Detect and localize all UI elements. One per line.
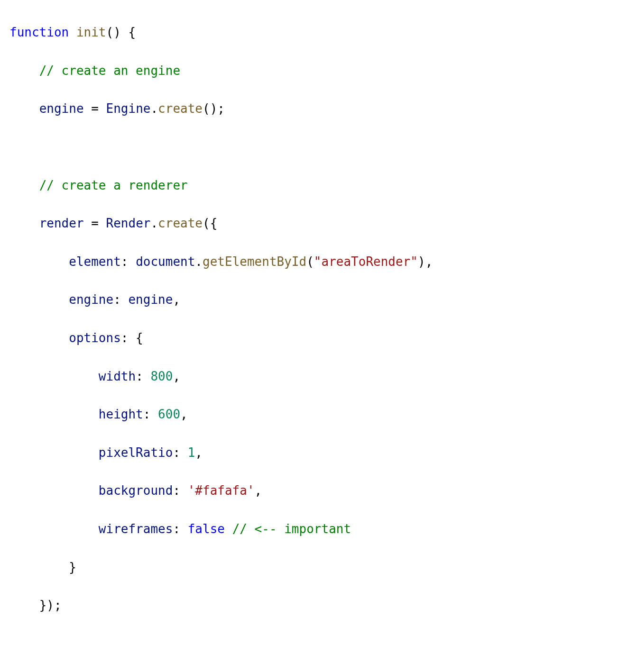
comment: // create an engine bbox=[39, 64, 180, 78]
code-line: options: { bbox=[9, 328, 618, 347]
property: height bbox=[99, 407, 143, 421]
code-line: background: '#fafafa', bbox=[9, 481, 618, 500]
method: getElementById bbox=[203, 254, 306, 269]
code-line: } bbox=[9, 558, 618, 577]
code-line: function init() { bbox=[9, 23, 618, 42]
code-line: height: 600, bbox=[9, 405, 618, 424]
function-name: init bbox=[76, 25, 106, 39]
property: options bbox=[69, 331, 121, 345]
code-line bbox=[9, 634, 618, 653]
property: pixelRatio bbox=[99, 445, 173, 460]
number-literal: 1 bbox=[188, 445, 195, 460]
property: engine bbox=[69, 292, 113, 307]
variable: render bbox=[39, 216, 84, 230]
object: Render bbox=[106, 216, 151, 230]
method: create bbox=[158, 101, 203, 116]
code-line: wireframes: false // <-- important bbox=[9, 519, 618, 538]
code-line: pixelRatio: 1, bbox=[9, 443, 618, 462]
comment: // create a renderer bbox=[39, 178, 188, 192]
code-line: render = Render.create({ bbox=[9, 214, 618, 233]
code-line: }); bbox=[9, 596, 618, 615]
code-line: width: 800, bbox=[9, 367, 618, 386]
code-line bbox=[9, 137, 618, 156]
property: width bbox=[99, 369, 136, 383]
variable: engine bbox=[128, 292, 173, 307]
property: element bbox=[69, 254, 121, 269]
string-literal: '#fafafa' bbox=[188, 483, 255, 498]
code-editor[interactable]: function init() { // create an engine en… bbox=[9, 4, 618, 672]
keyword: function bbox=[9, 25, 69, 39]
boolean-literal: false bbox=[188, 522, 225, 536]
code-line: // create an engine bbox=[9, 61, 618, 80]
variable: engine bbox=[39, 101, 84, 116]
string-literal: "areaToRender" bbox=[314, 254, 418, 269]
method: create bbox=[158, 216, 203, 230]
number-literal: 600 bbox=[158, 407, 180, 421]
property: wireframes bbox=[99, 522, 173, 536]
object: document bbox=[136, 254, 195, 269]
comment: // <-- important bbox=[232, 522, 351, 536]
code-line: engine: engine, bbox=[9, 290, 618, 309]
code-line: // create a renderer bbox=[9, 176, 618, 195]
code-line: element: document.getElementById("areaTo… bbox=[9, 252, 618, 271]
property: background bbox=[99, 483, 173, 498]
number-literal: 800 bbox=[150, 369, 173, 383]
code-line: engine = Engine.create(); bbox=[9, 99, 618, 118]
object: Engine bbox=[106, 101, 151, 116]
